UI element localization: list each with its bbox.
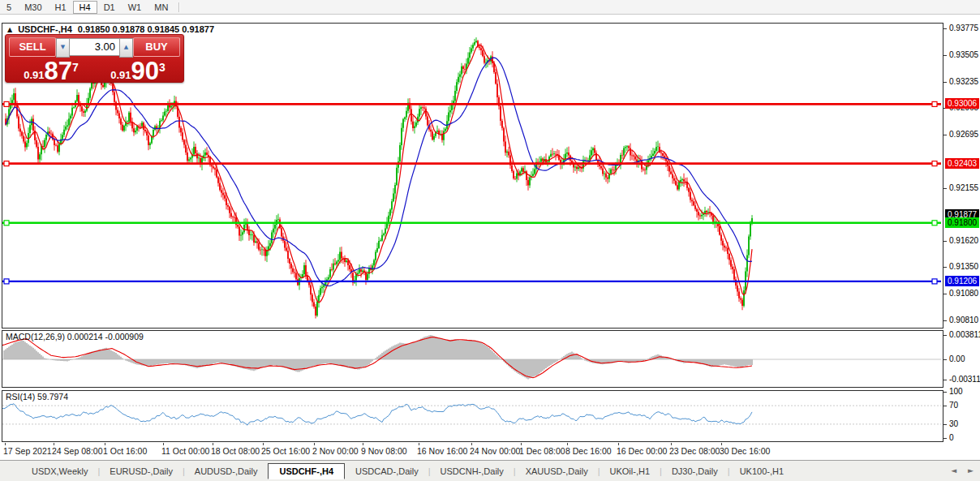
timeframe-button-w1[interactable]: W1 <box>122 1 148 14</box>
time-tick-label: 24 Sep 08:00 <box>52 446 102 456</box>
macd-tick <box>943 380 947 380</box>
price-tick <box>943 241 947 242</box>
chart-tab-audusd-daily[interactable]: AUDUSD-,Daily <box>186 463 267 479</box>
chart-tab-eurusd-daily[interactable]: EURUSD-,Daily <box>101 463 182 479</box>
volume-field[interactable]: 3.00 <box>70 38 119 56</box>
tab-separator: | <box>183 466 185 476</box>
chart-tab-usdchf-h4[interactable]: USDCHF-,H4 <box>268 463 345 479</box>
price-scale[interactable]: 0.937750.935050.932350.929650.926950.921… <box>943 16 980 460</box>
price-tick-label: 0.91350 <box>949 262 978 272</box>
time-tick <box>163 443 164 445</box>
tab-scroll-left-icon[interactable]: ◄ <box>951 466 956 475</box>
ma-slow-line <box>6 58 752 286</box>
price-tick <box>943 294 947 294</box>
chart-tab-dj30-daily[interactable]: DJ30-,Daily <box>663 463 727 479</box>
chart-tab-usdx-weekly[interactable]: USDX,Weekly <box>23 463 97 479</box>
timeframe-button-mn[interactable]: MN <box>148 1 174 14</box>
macd-label: MACD(12,26,9) 0.000214 -0.000909 <box>6 332 144 341</box>
sell-price[interactable]: 0.91 87 7 <box>9 58 93 84</box>
sell-button[interactable]: SELL <box>9 37 56 57</box>
timeframe-button-h1[interactable]: H1 <box>49 1 73 14</box>
timeframe-button-h4[interactable]: H4 <box>73 1 97 14</box>
timeframe-button-5[interactable]: 5 <box>0 1 18 14</box>
time-scale[interactable]: 17 Sep 202124 Sep 08:001 Oct 16:0011 Oct… <box>2 443 943 460</box>
time-tick-label: 16 Nov 16:00 <box>417 446 467 456</box>
tab-separator: | <box>660 466 662 476</box>
price-tick-label: 0.91620 <box>949 236 978 246</box>
chart-tab-xauusd-daily[interactable]: XAUUSD-,Daily <box>517 463 597 479</box>
hline-resistance-upper[interactable] <box>2 101 941 106</box>
rsi-tick-label: 70 <box>949 401 958 410</box>
time-tick <box>721 443 722 445</box>
price-tick <box>943 135 947 135</box>
hline-resistance-lower[interactable] <box>2 161 941 166</box>
time-tick <box>263 443 264 445</box>
chart-tab-usdcad-daily[interactable]: USDCAD-,Daily <box>346 463 428 479</box>
price-tick-label: 0.92695 <box>949 130 978 140</box>
buy-price-pip-digit: 3 <box>159 61 165 74</box>
macd-tick-label: 0.003811 <box>949 330 980 340</box>
time-tick-label: 25 Oct 16:00 <box>261 446 310 456</box>
time-tick-label: 8 Dec 16:00 <box>565 446 612 456</box>
volume-stepper: ▼ 3.00 ▲ <box>56 38 133 56</box>
buy-price[interactable]: 0.91 90 3 <box>96 58 180 84</box>
time-tick-label: 1 Dec 08:00 <box>519 446 565 456</box>
tab-separator: | <box>728 466 730 476</box>
collapse-trade-panel-icon[interactable]: ▲ <box>7 26 12 33</box>
time-tick <box>105 443 105 445</box>
price-tick-label: 0.92155 <box>949 183 978 193</box>
sell-price-prefix: 0.91 <box>24 69 44 81</box>
rsi-tick <box>943 406 947 406</box>
macd-tick-label: -0.003115 <box>949 375 980 384</box>
price-tick <box>943 267 947 268</box>
buy-price-prefix: 0.91 <box>110 69 131 81</box>
buy-button[interactable]: BUY <box>133 37 180 57</box>
one-click-trade-panel: SELL ▼ 3.00 ▲ BUY 0.91 87 7 0.91 90 3 <box>5 34 184 83</box>
time-tick-label: 17 Sep 2021 <box>3 446 52 456</box>
time-tick-label: 23 Dec 08:00 <box>669 446 720 456</box>
chart-ohlc-values: 0.91850 0.91878 0.91845 0.91877 <box>78 24 214 34</box>
time-tick-label: 18 Oct 08:00 <box>211 446 260 456</box>
rsi-tick <box>943 392 947 393</box>
hline-support-blue[interactable] <box>2 279 941 284</box>
chart-tab-usdcnh-daily[interactable]: USDCNH-,Daily <box>432 463 513 479</box>
tab-separator: | <box>514 466 516 476</box>
trading-platform-window: 5M30H1H4D1W1MN ▲ USDCHF-,H4 0.91850 0.91… <box>0 0 980 481</box>
timeframe-button-m30[interactable]: M30 <box>18 1 48 14</box>
rsi-line <box>2 404 752 426</box>
hline-price-badge-support-blue: 0.91206 <box>945 276 979 286</box>
macd-tick-label: 0.00 <box>949 354 965 364</box>
time-tick-label: 1 Oct 16:00 <box>103 446 147 456</box>
time-tick <box>213 443 213 445</box>
timeframe-button-d1[interactable]: D1 <box>97 1 122 14</box>
chart-tab-ukoil-h1[interactable]: UKOil-,H1 <box>601 463 660 479</box>
time-tick <box>363 443 363 445</box>
time-tick <box>471 443 472 445</box>
volume-increase-icon[interactable]: ▲ <box>119 38 133 58</box>
price-tick-label: 0.93505 <box>949 50 978 60</box>
hline-support-green[interactable] <box>2 221 941 225</box>
price-tick <box>943 55 947 56</box>
time-tick <box>567 443 568 445</box>
chart-tab-bar: USDX,Weekly|EURUSD-,Daily|AUDUSD-,DailyU… <box>0 460 980 481</box>
time-tick-label: 30 Dec 16:00 <box>720 446 770 456</box>
toolbar-separator <box>178 2 179 12</box>
chart-tab-uk100-h1[interactable]: UK100-,H1 <box>731 463 793 479</box>
time-tick <box>671 443 672 445</box>
time-tick <box>54 443 54 445</box>
buy-price-big-digits: 90 <box>131 59 159 84</box>
rsi-chart[interactable] <box>2 391 941 440</box>
macd-histogram <box>4 335 752 380</box>
price-tick-label: 0.91080 <box>949 289 978 298</box>
price-tick <box>943 28 947 29</box>
volume-decrease-icon[interactable]: ▼ <box>56 38 70 58</box>
tab-separator: | <box>428 466 431 476</box>
hline-price-badge-resistance-upper: 0.93006 <box>945 98 979 109</box>
main-chart-pane: ▲ USDCHF-,H4 0.91850 0.91878 0.91845 0.9… <box>2 23 943 329</box>
rsi-tick-label: 0 <box>949 433 954 443</box>
time-tick-label: 2 Nov 00:00 <box>312 446 359 456</box>
rsi-tick <box>943 438 947 439</box>
tab-separator: | <box>598 466 600 476</box>
price-tick <box>943 320 947 321</box>
tab-scroll-right-icon[interactable]: ► <box>968 466 974 475</box>
